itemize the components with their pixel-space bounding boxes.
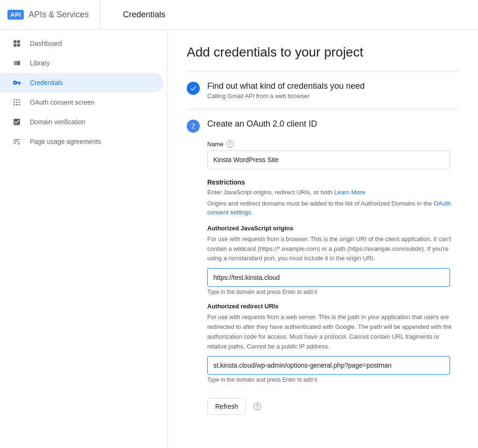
sidebar-item-page-usage-label: Page usage agreements <box>30 138 101 145</box>
sidebar-item-credentials-label: Credentials <box>30 79 63 86</box>
page-title: Add credentials to your project <box>187 45 459 60</box>
main-layout: Dashboard Library Credentials <box>0 30 478 448</box>
refresh-button[interactable]: Refresh <box>207 398 246 415</box>
domain-icon <box>11 118 22 126</box>
restrictions-desc: Enter JavaScript origins, redirect URIs,… <box>207 188 459 197</box>
name-input[interactable] <box>207 150 450 169</box>
step-2: 2 Create an OAuth 2.0 client ID Name ? R… <box>187 109 459 424</box>
name-help-icon[interactable]: ? <box>226 140 234 148</box>
step-2-header: 2 Create an OAuth 2.0 client ID <box>187 119 459 133</box>
top-header: API APIs & Services Credentials <box>0 0 478 30</box>
footer-actions: Refresh ? <box>207 398 459 415</box>
svg-point-1 <box>16 99 18 100</box>
js-origins-input[interactable] <box>207 268 450 287</box>
app-title: APIs & Services <box>28 10 89 20</box>
step-2-number: 2 <box>187 120 200 133</box>
learn-more-link[interactable]: Learn More <box>334 189 365 196</box>
sidebar-item-library-label: Library <box>30 59 50 67</box>
redirect-uris-desc: For use with requests from a web server.… <box>207 313 459 351</box>
name-field-group: Name ? <box>207 140 459 169</box>
redirect-uris-hint: Type in the domain and press Enter to ad… <box>207 377 459 383</box>
step-2-title-area: Create an OAuth 2.0 client ID <box>207 119 459 129</box>
step-1-number <box>187 82 200 95</box>
restrictions-title: Restrictions <box>207 178 459 186</box>
name-label: Name ? <box>207 140 459 148</box>
api-logo: API APIs & Services <box>7 0 100 29</box>
content-area: Add credentials to your project Find out… <box>168 30 478 448</box>
sidebar-item-dashboard[interactable]: Dashboard <box>0 34 164 53</box>
sidebar-item-library[interactable]: Library <box>0 53 164 73</box>
redirect-uris-title: Authorized redirect URIs <box>207 303 459 310</box>
step-1: Find out what kind of credentials you ne… <box>187 71 459 109</box>
js-origins-desc: For use with requests from a browser. Th… <box>207 235 459 263</box>
grid-icon <box>11 39 22 48</box>
svg-point-7 <box>16 104 18 106</box>
js-origins-hint: Type in the domain and press Enter to ad… <box>207 289 459 295</box>
svg-point-3 <box>14 102 15 103</box>
api-badge: API <box>7 10 24 20</box>
page-header-title: Credentials <box>112 10 165 20</box>
library-icon <box>11 59 22 67</box>
redirect-uris-input[interactable] <box>207 356 450 375</box>
sidebar-item-domain[interactable]: Domain verification <box>0 112 164 132</box>
svg-point-2 <box>19 99 20 100</box>
sidebar-item-page-usage[interactable]: Page usage agreements <box>0 132 164 151</box>
step-2-content: Name ? Restrictions Enter JavaScript ori… <box>207 140 459 415</box>
restrictions-note: Origins and redirect domains must be add… <box>207 199 459 217</box>
step-1-title: Find out what kind of credentials you ne… <box>207 81 459 92</box>
sidebar: Dashboard Library Credentials <box>0 30 168 448</box>
sidebar-item-oauth-label: OAuth consent screen <box>30 99 95 106</box>
redirect-uris-section: Authorized redirect URIs For use with re… <box>207 303 459 383</box>
step-1-title-area: Find out what kind of credentials you ne… <box>207 81 459 100</box>
svg-point-8 <box>19 104 20 106</box>
key-icon <box>11 78 22 87</box>
js-origins-section: Authorized JavaScript origins For use wi… <box>207 225 459 295</box>
js-origins-title: Authorized JavaScript origins <box>207 225 459 232</box>
sidebar-item-oauth[interactable]: OAuth consent screen <box>0 92 164 112</box>
svg-point-6 <box>14 104 15 106</box>
sidebar-item-credentials[interactable]: Credentials <box>0 73 164 92</box>
svg-point-0 <box>14 99 15 100</box>
svg-point-4 <box>16 102 18 103</box>
sidebar-item-dashboard-label: Dashboard <box>30 40 62 47</box>
step-2-title: Create an OAuth 2.0 client ID <box>207 119 459 129</box>
svg-point-5 <box>19 102 20 103</box>
step-1-subtitle: Calling Gmail API from a web browser <box>207 92 459 100</box>
step-1-header: Find out what kind of credentials you ne… <box>187 81 459 100</box>
footer-help-icon[interactable]: ? <box>253 403 261 410</box>
page-usage-icon <box>11 137 22 146</box>
oauth-icon <box>11 98 22 107</box>
sidebar-item-domain-label: Domain verification <box>30 118 85 126</box>
